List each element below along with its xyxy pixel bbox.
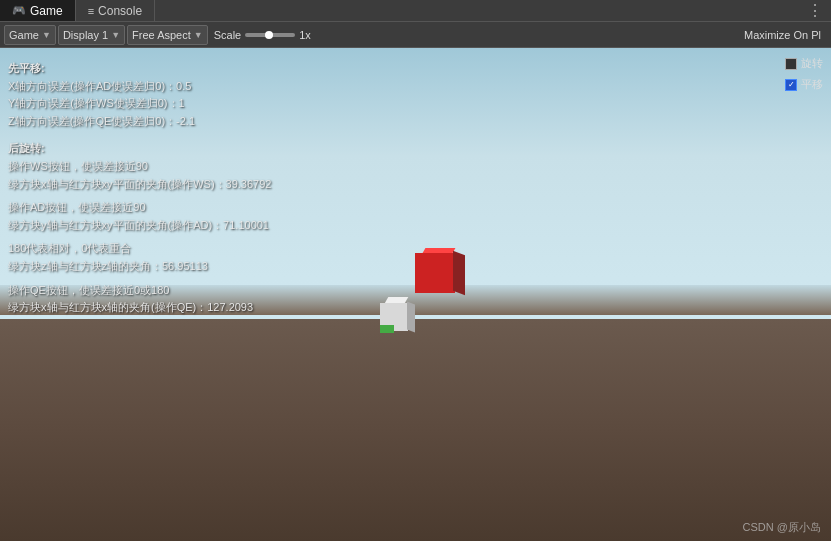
scale-value: 1x (299, 29, 311, 41)
aspect-dropdown-arrow: ▼ (194, 30, 203, 40)
game-dropdown-arrow: ▼ (42, 30, 51, 40)
ground-background (0, 319, 831, 541)
tab-console-label: Console (98, 4, 142, 18)
checkbox-translate-label: 平移 (801, 77, 823, 92)
white-cube (380, 303, 415, 333)
tab-game[interactable]: 🎮 Game (0, 0, 76, 21)
white-cube-right (407, 302, 415, 333)
section-title-1: 先平移: (8, 60, 271, 78)
checkbox-translate[interactable] (785, 79, 797, 91)
text-line-3: Z轴方向误差(操作QE使误差归0)：-2.1 (8, 113, 271, 131)
text-line-9: 绿方块z轴与红方块z轴的夹角：56.95113 (8, 258, 271, 276)
red-cube-right (453, 251, 465, 295)
checkbox-rotate[interactable] (785, 58, 797, 70)
watermark: CSDN @原小岛 (743, 520, 821, 535)
text-line-2: Y轴方向误差(操作WS使误差归0)：1 (8, 95, 271, 113)
text-line-8: 180代表相对，0代表重合 (8, 240, 271, 258)
green-face (380, 325, 394, 333)
game-dropdown[interactable]: Game ▼ (4, 25, 56, 45)
tab-console[interactable]: ≡ Console (76, 0, 155, 21)
text-line-10: 操作QE按钮，使误差接近0或180 (8, 282, 271, 300)
red-cube-front (415, 253, 455, 293)
checkbox-rotate-row[interactable]: 旋转 (785, 56, 823, 71)
text-line-6: 操作AD按钮，使误差接近90 (8, 199, 271, 217)
text-overlay: 先平移: X轴方向误差(操作AD使误差归0)：0.5 Y轴方向误差(操作WS使误… (8, 56, 271, 317)
spacer-1 (8, 130, 271, 136)
display-dropdown-label: Display 1 (63, 29, 108, 41)
toolbar: Game ▼ Display 1 ▼ Free Aspect ▼ Scale 1… (0, 22, 831, 48)
text-line-1: X轴方向误差(操作AD使误差归0)：0.5 (8, 78, 271, 96)
display-dropdown-arrow: ▼ (111, 30, 120, 40)
checkbox-rotate-label: 旋转 (801, 56, 823, 71)
text-line-4: 操作WS按钮，使误差接近90 (8, 158, 271, 176)
right-panel: 旋转 平移 (785, 56, 823, 92)
tab-more-button[interactable]: ⋮ (799, 0, 831, 21)
maximize-label: Maximize On Pl (744, 29, 821, 41)
text-line-11: 绿方块x轴与红方块x轴的夹角(操作QE)：127.2093 (8, 299, 271, 317)
checkbox-translate-row[interactable]: 平移 (785, 77, 823, 92)
console-tab-icon: ≡ (88, 5, 94, 17)
tab-game-label: Game (30, 4, 63, 18)
section-title-2: 后旋转: (8, 140, 271, 158)
text-line-7: 绿方块y轴与红方块xy平面的夹角(操作AD)：71.10001 (8, 217, 271, 235)
aspect-dropdown-label: Free Aspect (132, 29, 191, 41)
scale-section: Scale 1x (210, 29, 315, 41)
game-dropdown-label: Game (9, 29, 39, 41)
tab-bar: 🎮 Game ≡ Console ⋮ (0, 0, 831, 22)
scale-slider[interactable] (245, 33, 295, 37)
red-cube (410, 248, 465, 298)
text-line-5: 绿方块x轴与红方块xy平面的夹角(操作WS)：39.36792 (8, 176, 271, 194)
aspect-dropdown[interactable]: Free Aspect ▼ (127, 25, 208, 45)
display-dropdown[interactable]: Display 1 ▼ (58, 25, 125, 45)
scale-label: Scale (214, 29, 242, 41)
game-tab-icon: 🎮 (12, 4, 26, 17)
maximize-button[interactable]: Maximize On Pl (738, 29, 827, 41)
game-view: 先平移: X轴方向误差(操作AD使误差归0)：0.5 Y轴方向误差(操作WS使误… (0, 48, 831, 541)
